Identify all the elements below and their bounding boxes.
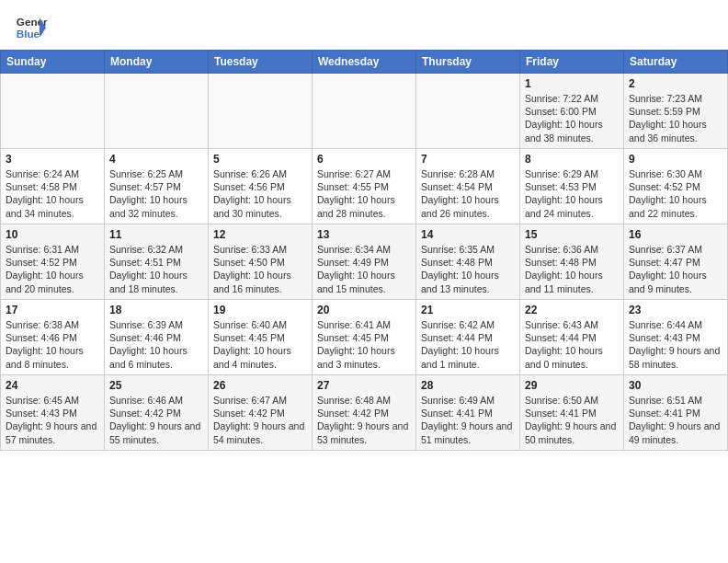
day-info: Sunrise: 6:41 AM Sunset: 4:45 PM Dayligh… bbox=[317, 318, 411, 371]
calendar-day-cell: 22Sunrise: 6:43 AM Sunset: 4:44 PM Dayli… bbox=[520, 300, 624, 375]
day-info: Sunrise: 6:24 AM Sunset: 4:58 PM Dayligh… bbox=[6, 167, 99, 220]
calendar-day-cell bbox=[1, 74, 105, 149]
day-info: Sunrise: 6:50 AM Sunset: 4:41 PM Dayligh… bbox=[525, 394, 619, 446]
day-info: Sunrise: 6:33 AM Sunset: 4:50 PM Dayligh… bbox=[213, 243, 307, 295]
day-info: Sunrise: 6:31 AM Sunset: 4:52 PM Dayligh… bbox=[6, 243, 99, 295]
calendar-week-row: 3Sunrise: 6:24 AM Sunset: 4:58 PM Daylig… bbox=[1, 149, 728, 224]
day-number: 9 bbox=[629, 153, 722, 166]
day-info: Sunrise: 6:38 AM Sunset: 4:46 PM Dayligh… bbox=[6, 318, 99, 371]
day-number: 18 bbox=[109, 304, 203, 316]
day-number: 20 bbox=[317, 304, 411, 316]
weekday-header: Friday bbox=[520, 51, 624, 74]
weekday-header: Thursday bbox=[416, 51, 520, 74]
calendar-day-cell: 23Sunrise: 6:44 AM Sunset: 4:43 PM Dayli… bbox=[624, 300, 728, 375]
calendar-day-cell: 4Sunrise: 6:25 AM Sunset: 4:57 PM Daylig… bbox=[105, 149, 209, 224]
day-info: Sunrise: 6:29 AM Sunset: 4:53 PM Dayligh… bbox=[525, 167, 619, 220]
day-info: Sunrise: 6:37 AM Sunset: 4:47 PM Dayligh… bbox=[629, 243, 722, 295]
calendar-day-cell: 29Sunrise: 6:50 AM Sunset: 4:41 PM Dayli… bbox=[520, 375, 624, 451]
day-info: Sunrise: 6:36 AM Sunset: 4:48 PM Dayligh… bbox=[525, 243, 619, 295]
day-number: 27 bbox=[317, 379, 411, 392]
calendar-day-cell: 19Sunrise: 6:40 AM Sunset: 4:45 PM Dayli… bbox=[209, 300, 313, 375]
calendar-day-cell: 1Sunrise: 7:22 AM Sunset: 6:00 PM Daylig… bbox=[520, 74, 624, 149]
calendar-week-row: 10Sunrise: 6:31 AM Sunset: 4:52 PM Dayli… bbox=[1, 224, 728, 300]
calendar-day-cell: 21Sunrise: 6:42 AM Sunset: 4:44 PM Dayli… bbox=[416, 300, 520, 375]
day-info: Sunrise: 6:32 AM Sunset: 4:51 PM Dayligh… bbox=[109, 243, 203, 295]
day-number: 14 bbox=[421, 228, 515, 241]
calendar-day-cell bbox=[105, 74, 209, 149]
calendar-day-cell: 17Sunrise: 6:38 AM Sunset: 4:46 PM Dayli… bbox=[1, 300, 105, 375]
svg-text:Blue: Blue bbox=[17, 28, 40, 40]
calendar-day-cell: 6Sunrise: 6:27 AM Sunset: 4:55 PM Daylig… bbox=[313, 149, 416, 224]
day-number: 28 bbox=[421, 379, 515, 392]
calendar-day-cell: 30Sunrise: 6:51 AM Sunset: 4:41 PM Dayli… bbox=[624, 375, 728, 451]
calendar-week-row: 24Sunrise: 6:45 AM Sunset: 4:43 PM Dayli… bbox=[1, 375, 728, 451]
weekday-header: Wednesday bbox=[313, 51, 416, 74]
day-number: 30 bbox=[629, 379, 722, 392]
day-number: 4 bbox=[109, 153, 203, 166]
day-info: Sunrise: 6:51 AM Sunset: 4:41 PM Dayligh… bbox=[629, 394, 722, 446]
calendar-day-cell: 14Sunrise: 6:35 AM Sunset: 4:48 PM Dayli… bbox=[416, 224, 520, 300]
day-number: 21 bbox=[421, 304, 515, 316]
day-info: Sunrise: 6:49 AM Sunset: 4:41 PM Dayligh… bbox=[421, 394, 515, 446]
calendar-day-cell: 5Sunrise: 6:26 AM Sunset: 4:56 PM Daylig… bbox=[209, 149, 313, 224]
calendar-day-cell bbox=[416, 74, 520, 149]
day-info: Sunrise: 6:43 AM Sunset: 4:44 PM Dayligh… bbox=[525, 318, 619, 371]
day-number: 12 bbox=[213, 228, 307, 241]
calendar-day-cell: 13Sunrise: 6:34 AM Sunset: 4:49 PM Dayli… bbox=[313, 224, 416, 300]
day-info: Sunrise: 6:28 AM Sunset: 4:54 PM Dayligh… bbox=[421, 167, 515, 220]
calendar-day-cell: 24Sunrise: 6:45 AM Sunset: 4:43 PM Dayli… bbox=[1, 375, 105, 451]
calendar-day-cell: 16Sunrise: 6:37 AM Sunset: 4:47 PM Dayli… bbox=[624, 224, 728, 300]
calendar-table: SundayMondayTuesdayWednesdayThursdayFrid… bbox=[0, 50, 728, 451]
day-info: Sunrise: 6:42 AM Sunset: 4:44 PM Dayligh… bbox=[421, 318, 515, 371]
day-number: 19 bbox=[213, 304, 307, 316]
weekday-header: Tuesday bbox=[209, 51, 313, 74]
logo: General Blue bbox=[15, 11, 48, 44]
day-info: Sunrise: 6:44 AM Sunset: 4:43 PM Dayligh… bbox=[629, 318, 722, 371]
day-number: 13 bbox=[317, 228, 411, 241]
day-info: Sunrise: 6:48 AM Sunset: 4:42 PM Dayligh… bbox=[317, 394, 411, 446]
day-info: Sunrise: 6:45 AM Sunset: 4:43 PM Dayligh… bbox=[6, 394, 99, 446]
logo-icon: General Blue bbox=[15, 11, 48, 44]
day-number: 22 bbox=[525, 304, 619, 316]
day-number: 10 bbox=[6, 228, 99, 241]
day-number: 23 bbox=[629, 304, 722, 316]
calendar-week-row: 1Sunrise: 7:22 AM Sunset: 6:00 PM Daylig… bbox=[1, 74, 728, 149]
day-number: 5 bbox=[213, 153, 307, 166]
weekday-header: Sunday bbox=[1, 51, 105, 74]
day-number: 26 bbox=[213, 379, 307, 392]
calendar-day-cell: 2Sunrise: 7:23 AM Sunset: 5:59 PM Daylig… bbox=[624, 74, 728, 149]
calendar-day-cell: 12Sunrise: 6:33 AM Sunset: 4:50 PM Dayli… bbox=[209, 224, 313, 300]
day-number: 16 bbox=[629, 228, 722, 241]
calendar-day-cell: 15Sunrise: 6:36 AM Sunset: 4:48 PM Dayli… bbox=[520, 224, 624, 300]
day-info: Sunrise: 7:23 AM Sunset: 5:59 PM Dayligh… bbox=[629, 92, 722, 144]
day-number: 17 bbox=[6, 304, 99, 316]
day-info: Sunrise: 6:25 AM Sunset: 4:57 PM Dayligh… bbox=[109, 167, 203, 220]
calendar-day-cell: 18Sunrise: 6:39 AM Sunset: 4:46 PM Dayli… bbox=[105, 300, 209, 375]
day-info: Sunrise: 7:22 AM Sunset: 6:00 PM Dayligh… bbox=[525, 92, 619, 144]
day-info: Sunrise: 6:26 AM Sunset: 4:56 PM Dayligh… bbox=[213, 167, 307, 220]
page-header: General Blue bbox=[0, 0, 728, 50]
day-number: 1 bbox=[525, 77, 619, 90]
day-info: Sunrise: 6:27 AM Sunset: 4:55 PM Dayligh… bbox=[317, 167, 411, 220]
day-number: 2 bbox=[629, 77, 722, 90]
day-number: 24 bbox=[6, 379, 99, 392]
day-info: Sunrise: 6:30 AM Sunset: 4:52 PM Dayligh… bbox=[629, 167, 722, 220]
day-number: 29 bbox=[525, 379, 619, 392]
calendar-day-cell: 3Sunrise: 6:24 AM Sunset: 4:58 PM Daylig… bbox=[1, 149, 105, 224]
calendar-day-cell: 8Sunrise: 6:29 AM Sunset: 4:53 PM Daylig… bbox=[520, 149, 624, 224]
calendar-day-cell: 27Sunrise: 6:48 AM Sunset: 4:42 PM Dayli… bbox=[313, 375, 416, 451]
calendar-week-row: 17Sunrise: 6:38 AM Sunset: 4:46 PM Dayli… bbox=[1, 300, 728, 375]
calendar-day-cell: 11Sunrise: 6:32 AM Sunset: 4:51 PM Dayli… bbox=[105, 224, 209, 300]
day-info: Sunrise: 6:40 AM Sunset: 4:45 PM Dayligh… bbox=[213, 318, 307, 371]
calendar-day-cell: 26Sunrise: 6:47 AM Sunset: 4:42 PM Dayli… bbox=[209, 375, 313, 451]
day-number: 15 bbox=[525, 228, 619, 241]
calendar-day-cell: 10Sunrise: 6:31 AM Sunset: 4:52 PM Dayli… bbox=[1, 224, 105, 300]
calendar-day-cell: 7Sunrise: 6:28 AM Sunset: 4:54 PM Daylig… bbox=[416, 149, 520, 224]
day-info: Sunrise: 6:47 AM Sunset: 4:42 PM Dayligh… bbox=[213, 394, 307, 446]
day-number: 6 bbox=[317, 153, 411, 166]
day-info: Sunrise: 6:35 AM Sunset: 4:48 PM Dayligh… bbox=[421, 243, 515, 295]
day-number: 3 bbox=[6, 153, 99, 166]
weekday-header: Monday bbox=[105, 51, 209, 74]
calendar-day-cell: 9Sunrise: 6:30 AM Sunset: 4:52 PM Daylig… bbox=[624, 149, 728, 224]
calendar-day-cell bbox=[209, 74, 313, 149]
